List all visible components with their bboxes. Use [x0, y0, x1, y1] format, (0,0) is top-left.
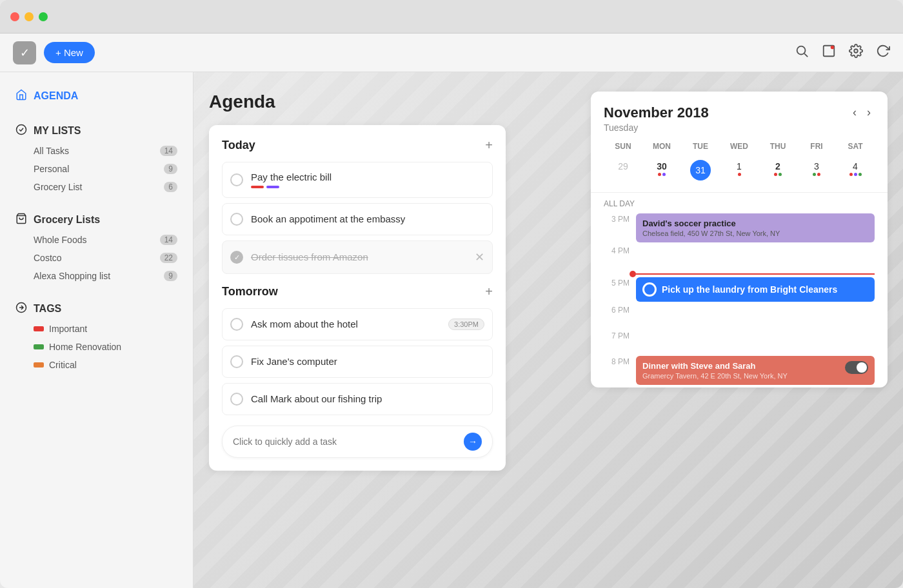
- event-dinner[interactable]: Dinner with Steve and Sarah Gramercy Tav…: [636, 356, 875, 385]
- sidebar-item-alexa[interactable]: Alexa Shopping list 9: [10, 267, 183, 285]
- title-bar: [0, 0, 903, 34]
- alexa-badge: 9: [164, 271, 177, 281]
- task-label-wrap: Book an appotiment at the embassy: [251, 213, 484, 225]
- sidebar-item-costco[interactable]: Costco 22: [10, 249, 183, 267]
- prev-month-button[interactable]: ‹: [849, 104, 860, 121]
- calendar-month-year: November 2018: [604, 104, 709, 121]
- time-label-7pm: 7 PM: [604, 330, 636, 340]
- svg-line-1: [804, 54, 808, 57]
- cal-day[interactable]: 1: [720, 157, 759, 183]
- task-text: Book an appotiment at the embassy: [251, 213, 405, 224]
- add-today-button[interactable]: +: [485, 138, 493, 153]
- refresh-icon[interactable]: [876, 44, 890, 61]
- main-layout: AGENDA MY LISTS All Tasks 14 Personal 9 …: [0, 72, 903, 588]
- critical-label: Critical: [49, 360, 77, 370]
- day-number: 29: [618, 161, 628, 172]
- sidebar-tags-header[interactable]: TAGS: [10, 298, 183, 320]
- important-tag-color: [34, 326, 44, 331]
- task-checkbox[interactable]: [230, 355, 243, 368]
- day-label-mon: MON: [642, 139, 681, 153]
- task-checkbox-done[interactable]: ✓: [230, 251, 243, 264]
- day-dots: [813, 173, 820, 176]
- calendar-grid: SUN MON TUE WED THU FRI SAT 29: [591, 139, 888, 190]
- time-content-5pm: Pick up the laundry from Bright Cleaners: [636, 277, 875, 304]
- event-soccer[interactable]: David's soccer practice Chelsea field, 4…: [636, 213, 875, 242]
- next-month-button[interactable]: ›: [863, 104, 875, 121]
- event-laundry[interactable]: Pick up the laundry from Bright Cleaners: [636, 277, 875, 302]
- agenda-label: AGENDA: [34, 90, 78, 102]
- sidebar-tag-important[interactable]: Important: [10, 320, 183, 338]
- sidebar-grocery-lists-header[interactable]: Grocery Lists: [10, 209, 183, 231]
- time-content-3pm: David's soccer practice Chelsea field, 4…: [636, 213, 875, 245]
- day-number: 1: [737, 161, 742, 172]
- sidebar-item-personal[interactable]: Personal 9: [10, 160, 183, 178]
- timeline-divider: [591, 192, 888, 193]
- fullscreen-button[interactable]: [39, 12, 48, 21]
- calendar-header: November 2018 Tuesday ‹ ›: [591, 92, 888, 139]
- task-checkbox[interactable]: [230, 393, 243, 406]
- search-icon[interactable]: [795, 44, 809, 61]
- event-subtitle: Gramercy Tavern, 42 E 20th St, New York,…: [642, 372, 788, 380]
- event-dinner-text: Dinner with Steve and Sarah Gramercy Tav…: [642, 361, 788, 380]
- sidebar-item-agenda[interactable]: AGENDA: [10, 85, 183, 107]
- sidebar-item-whole-foods[interactable]: Whole Foods 14: [10, 231, 183, 249]
- event-title: Dinner with Steve and Sarah: [642, 361, 788, 371]
- cal-day[interactable]: 30: [642, 157, 681, 183]
- time-row-6pm: 6 PM: [604, 304, 875, 330]
- task-checkbox[interactable]: [230, 213, 243, 226]
- event-title: Pick up the laundry from Bright Cleaners: [662, 284, 837, 295]
- task-text: Call Mark about our fishing trip: [251, 393, 382, 404]
- sidebar-tag-critical[interactable]: Critical: [10, 356, 183, 374]
- task-delete-button[interactable]: ✕: [475, 250, 484, 264]
- dot: [658, 173, 661, 176]
- event-circle: [642, 282, 657, 297]
- dot: [774, 173, 777, 176]
- quick-add-input[interactable]: [233, 436, 464, 447]
- minimize-button[interactable]: [25, 12, 34, 21]
- sidebar-item-grocery-list[interactable]: Grocery List 6: [10, 178, 183, 196]
- cal-day[interactable]: 29: [604, 157, 642, 183]
- task-checkbox[interactable]: [230, 318, 243, 331]
- quick-add-submit[interactable]: →: [464, 433, 482, 451]
- sidebar-tags-section: TAGS Important Home Renovation Critical: [10, 298, 183, 374]
- task-label-wrap: Fix Jane's computer: [251, 356, 484, 368]
- new-button[interactable]: + New: [44, 42, 95, 63]
- alexa-label: Alexa Shopping list: [34, 271, 110, 281]
- current-time-indicator: [591, 271, 888, 277]
- dot: [849, 173, 853, 176]
- event-title: David's soccer practice: [642, 219, 868, 228]
- new-button-label: + New: [55, 47, 83, 58]
- close-button[interactable]: [10, 12, 19, 21]
- day-label-tue: TUE: [681, 139, 720, 153]
- today-marker: 31: [690, 160, 711, 181]
- task-checkbox[interactable]: [230, 173, 243, 186]
- cal-day-today[interactable]: 31: [681, 157, 720, 183]
- cal-day[interactable]: 3: [797, 157, 836, 183]
- critical-color: [34, 362, 44, 368]
- task-text: Fix Jane's computer: [251, 356, 337, 367]
- time-row-7pm: 7 PM: [604, 330, 875, 356]
- day-label-fri: FRI: [797, 139, 836, 153]
- sidebar-tag-home-renovation[interactable]: Home Renovation: [10, 338, 183, 356]
- calendar-day-labels: SUN MON TUE WED THU FRI SAT: [604, 139, 875, 153]
- task-text: Pay the electric bill: [251, 172, 332, 182]
- cal-day[interactable]: 2: [759, 157, 797, 183]
- add-tomorrow-button[interactable]: +: [485, 284, 493, 299]
- cal-day[interactable]: 4: [836, 157, 875, 183]
- day-label-sun: SUN: [604, 139, 642, 153]
- event-toggle[interactable]: [845, 361, 868, 374]
- settings-icon[interactable]: [849, 44, 863, 61]
- calendar-days: 29 30 31: [604, 157, 875, 183]
- today-label: Today: [222, 139, 255, 152]
- calendar-day-name: Tuesday: [604, 122, 709, 133]
- sidebar-mylists-header[interactable]: MY LISTS: [10, 120, 183, 142]
- toolbar-left: ✓ + New: [13, 41, 95, 64]
- task-tags: [251, 186, 484, 188]
- all-day-row: ALL DAY: [604, 199, 875, 208]
- task-panel: Today + Pay the electric bill: [209, 125, 506, 471]
- sidebar-item-all-tasks[interactable]: All Tasks 14: [10, 142, 183, 160]
- day-dots: [658, 173, 666, 176]
- notifications-icon[interactable]: [822, 44, 836, 61]
- day-label-wed: WED: [720, 139, 759, 153]
- app-icon: ✓: [13, 41, 36, 64]
